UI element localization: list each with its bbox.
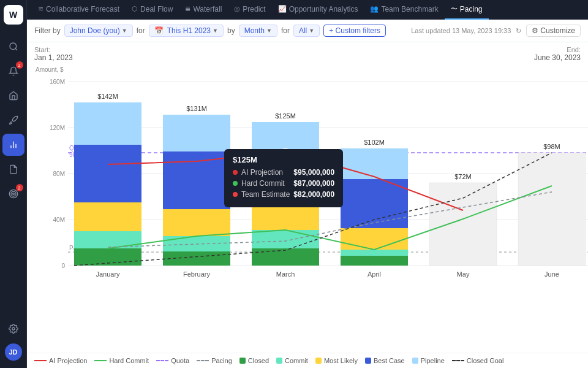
legend-label-hard: Hard Commit bbox=[109, 357, 149, 364]
interval-filter[interactable]: Month ▼ bbox=[239, 25, 277, 37]
legend-line-ai bbox=[34, 360, 47, 361]
sidebar-item-target[interactable]: 2 bbox=[2, 183, 24, 205]
tab-pacing[interactable]: 〜 Pacing bbox=[445, 0, 489, 20]
svg-point-5 bbox=[11, 191, 16, 196]
legend-pipeline: Pipeline bbox=[412, 357, 445, 364]
legend: AI Projection Hard Commit Quota Pacing C… bbox=[27, 353, 588, 368]
legend-label-commit: Commit bbox=[285, 357, 308, 364]
tab-opportunity-analytics[interactable]: 📈 Opportunity Analytics bbox=[272, 0, 364, 20]
legend-pacing: Pacing bbox=[197, 357, 232, 364]
legend-label-closed: Closed bbox=[248, 357, 269, 364]
predict-icon: ◎ bbox=[234, 5, 240, 13]
svg-text:June: June bbox=[545, 270, 559, 278]
bar-march: $125M March bbox=[252, 112, 319, 278]
svg-text:Amount, $: Amount, $ bbox=[36, 66, 64, 73]
legend-label-ai: AI Projection bbox=[49, 357, 87, 364]
bar-april: $102M April bbox=[341, 139, 408, 278]
scope-filter[interactable]: All ▼ bbox=[293, 25, 320, 37]
legend-dash-pacing bbox=[197, 360, 209, 361]
legend-label-closed-goal: Closed Goal bbox=[467, 357, 504, 364]
svg-rect-24 bbox=[74, 102, 141, 145]
custom-filters-button[interactable]: + Custom filters bbox=[323, 25, 386, 37]
legend-box-most-likely bbox=[315, 358, 322, 364]
waterfall-icon: ≣ bbox=[185, 5, 190, 13]
svg-point-58 bbox=[282, 148, 288, 155]
period-filter[interactable]: 📅 This H1 2023 ▼ bbox=[149, 25, 224, 37]
svg-text:$98M: $98M bbox=[543, 143, 560, 150]
legend-box-best-case bbox=[365, 358, 371, 364]
legend-box-pipeline bbox=[412, 358, 418, 364]
period-filter-arrow: ▼ bbox=[213, 28, 218, 34]
bar-january: $142M January bbox=[74, 93, 141, 278]
svg-text:0: 0 bbox=[61, 263, 65, 269]
legend-dash-closed-goal bbox=[452, 360, 464, 361]
svg-rect-35 bbox=[163, 251, 230, 266]
svg-text:$125M: $125M bbox=[275, 112, 296, 120]
customize-button[interactable]: ⚙ Customize bbox=[526, 25, 581, 37]
interval-filter-arrow: ▼ bbox=[266, 28, 272, 34]
svg-point-0 bbox=[10, 43, 17, 50]
filter-bar: Filter by John Doe (you) ▼ for 📅 This H1… bbox=[27, 20, 588, 42]
sidebar-item-notifications[interactable]: 2 bbox=[2, 60, 24, 82]
svg-text:$72M: $72M bbox=[454, 173, 472, 180]
target-badge: 2 bbox=[16, 184, 23, 191]
svg-rect-47 bbox=[341, 228, 408, 250]
tab-team-benchmark[interactable]: 👥 Team Benchmark bbox=[364, 0, 444, 20]
svg-text:April: April bbox=[368, 270, 381, 278]
tab-deal-flow[interactable]: ⬡ Deal Flow bbox=[126, 0, 179, 20]
app-logo[interactable]: W bbox=[4, 5, 23, 25]
svg-text:80M: 80M bbox=[53, 171, 65, 177]
svg-rect-55 bbox=[518, 153, 586, 266]
start-date-label: Start: Jan 1, 2023 bbox=[34, 46, 73, 62]
svg-rect-40 bbox=[252, 204, 319, 230]
svg-point-6 bbox=[12, 193, 14, 195]
sidebar-item-help[interactable]: JD bbox=[5, 343, 22, 361]
svg-rect-42 bbox=[252, 248, 319, 266]
tab-predict[interactable]: ◎ Predict bbox=[228, 0, 271, 20]
user-filter-arrow: ▼ bbox=[122, 28, 127, 34]
sidebar-item-analytics[interactable] bbox=[2, 134, 24, 156]
sidebar-item-documents[interactable] bbox=[2, 158, 24, 180]
legend-hard-commit: Hard Commit bbox=[94, 357, 149, 364]
sidebar-item-settings[interactable] bbox=[2, 318, 24, 340]
legend-best-case: Best Case bbox=[365, 357, 405, 364]
legend-label-most-likely: Most Likely bbox=[324, 357, 358, 364]
legend-line-hard bbox=[94, 360, 107, 361]
svg-rect-25 bbox=[74, 145, 141, 202]
date-labels: Start: Jan 1, 2023 End: June 30, 2023 bbox=[34, 42, 581, 63]
by-label: by bbox=[227, 26, 235, 35]
nav-tabs: ≋ Collaborative Forecast ⬡ Deal Flow ≣ W… bbox=[27, 0, 588, 20]
svg-text:March: March bbox=[276, 270, 295, 278]
svg-rect-49 bbox=[341, 256, 408, 266]
legend-label-quota: Quota bbox=[171, 357, 189, 364]
svg-rect-26 bbox=[74, 202, 141, 231]
svg-point-7 bbox=[12, 328, 15, 330]
tab-collaborative-forecast[interactable]: ≋ Collaborative Forecast bbox=[32, 0, 126, 20]
legend-dash-quota bbox=[156, 360, 168, 361]
chart-area: Start: Jan 1, 2023 End: June 30, 2023 Am… bbox=[27, 42, 588, 353]
svg-rect-52 bbox=[429, 183, 497, 266]
refresh-icon[interactable]: ↻ bbox=[516, 27, 521, 35]
chart-svg: Amount, $ 160M 120M 80M 40M 0 Quota 98M … bbox=[34, 63, 588, 345]
svg-rect-39 bbox=[252, 153, 319, 204]
tab-waterfall[interactable]: ≣ Waterfall bbox=[179, 0, 228, 20]
bar-june: $98M June bbox=[518, 143, 586, 278]
deal-flow-icon: ⬡ bbox=[132, 5, 138, 13]
legend-label-best-case: Best Case bbox=[374, 357, 405, 364]
sidebar: W 2 2 JD bbox=[0, 0, 27, 368]
collaborative-forecast-icon: ≋ bbox=[38, 5, 43, 13]
customize-icon: ⚙ bbox=[532, 26, 538, 35]
legend-commit: Commit bbox=[276, 357, 308, 364]
sidebar-item-search[interactable] bbox=[2, 36, 24, 58]
sidebar-item-home[interactable] bbox=[2, 85, 24, 107]
for-label-2: for bbox=[281, 26, 290, 35]
svg-rect-32 bbox=[163, 151, 230, 209]
svg-rect-31 bbox=[163, 115, 230, 151]
sidebar-item-rocket[interactable] bbox=[2, 109, 24, 131]
pacing-icon: 〜 bbox=[451, 4, 458, 13]
legend-label-pipeline: Pipeline bbox=[421, 357, 445, 364]
svg-rect-41 bbox=[252, 230, 319, 248]
svg-text:$131M: $131M bbox=[186, 105, 207, 112]
user-filter[interactable]: John Doe (you) ▼ bbox=[64, 25, 133, 37]
for-label-1: for bbox=[137, 26, 145, 35]
